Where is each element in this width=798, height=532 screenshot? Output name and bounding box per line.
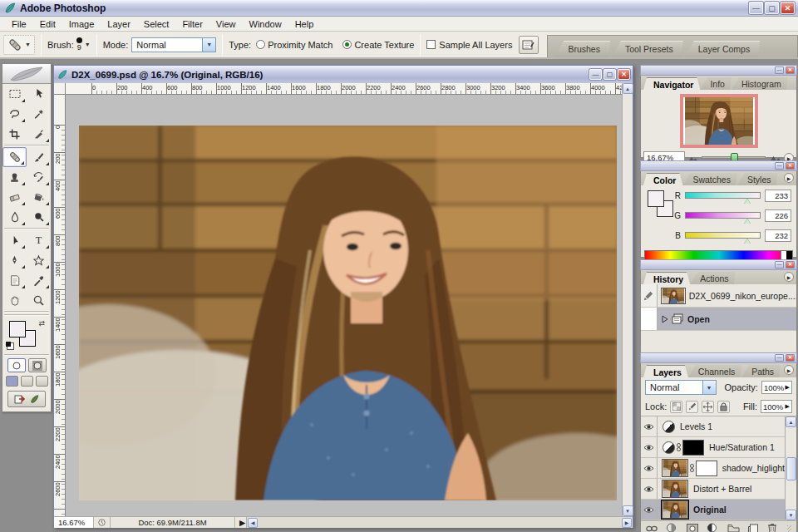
navigator-group-bar[interactable]: — ✕ — [640, 65, 797, 76]
layer-name[interactable]: shadow_higlight — [722, 463, 785, 473]
scroll-right-icon[interactable]: ▶ — [622, 518, 632, 528]
scrollbar-thumb[interactable] — [786, 457, 796, 480]
tool-button[interactable] — [2, 290, 27, 310]
ruler-corner[interactable] — [54, 83, 66, 95]
new-layer-icon[interactable] — [748, 524, 759, 532]
layer-thumbnail[interactable] — [662, 500, 688, 519]
photo-document[interactable] — [79, 126, 617, 500]
tool-button[interactable] — [2, 147, 27, 167]
panel-tab[interactable]: Actions — [690, 272, 735, 284]
color-group-bar[interactable]: — ✕ — [640, 160, 797, 171]
standard-screen-button[interactable] — [6, 376, 18, 387]
chevron-down-icon[interactable]: ▼ — [85, 42, 91, 47]
menu-item[interactable]: Window — [243, 17, 288, 31]
layer-row[interactable]: Original — [641, 500, 785, 520]
navigator-proxy-view[interactable] — [680, 94, 758, 148]
tool-button[interactable] — [27, 147, 51, 167]
menu-item[interactable]: Image — [62, 17, 101, 31]
spinner-arrow-icon[interactable]: ▶ — [786, 384, 790, 391]
well-tab[interactable]: Tool Presets — [612, 41, 683, 57]
visibility-cell[interactable] — [641, 458, 658, 478]
minimize-button[interactable]: — — [749, 2, 763, 14]
fullscreen-menubar-button[interactable] — [21, 376, 33, 387]
new-adjustment-layer-icon[interactable] — [707, 523, 719, 532]
fill-field[interactable]: 100% ▶ — [761, 400, 792, 413]
tool-button[interactable] — [2, 270, 27, 290]
zoom-field[interactable]: 16.67% — [54, 517, 94, 528]
mode-select[interactable]: Normal ▼ — [131, 37, 216, 52]
panel-tab[interactable]: Navigator — [643, 77, 700, 90]
sample-all-layers-checkbox[interactable] — [426, 40, 436, 49]
mask-link-icon[interactable] — [677, 443, 681, 451]
layer-row[interactable]: shadow_higlight — [641, 458, 785, 479]
swap-colors-icon[interactable]: ⇄ — [38, 319, 45, 328]
tool-button[interactable] — [27, 207, 51, 227]
panel-tab[interactable]: History — [643, 272, 690, 284]
layer-mask-thumbnail[interactable] — [682, 440, 704, 456]
blue-value[interactable]: 232 — [765, 229, 791, 242]
red-slider[interactable] — [685, 192, 761, 199]
layer-row[interactable]: Distort + Barrel — [641, 479, 785, 500]
create-texture-radio[interactable] — [342, 40, 352, 49]
tool-button[interactable] — [2, 230, 27, 250]
tool-button[interactable] — [27, 124, 51, 144]
blend-mode-select[interactable]: Normal ▼ — [645, 380, 717, 395]
panel-tab[interactable]: Styles — [737, 173, 778, 185]
layer-name[interactable]: Hue/Saturation 1 — [709, 442, 775, 452]
tool-button[interactable] — [27, 167, 51, 187]
visibility-cell[interactable] — [641, 500, 658, 520]
doc-minimize-button[interactable]: — — [589, 69, 602, 80]
status-icon[interactable] — [94, 517, 111, 528]
tool-button[interactable] — [27, 270, 51, 290]
tool-button[interactable] — [2, 187, 27, 207]
panel-close-button[interactable]: ✕ — [786, 261, 795, 268]
history-source-cell[interactable] — [641, 308, 658, 330]
layer-row[interactable]: Hue/Saturation 1 — [641, 437, 785, 458]
tool-button[interactable]: T — [27, 230, 51, 250]
tool-button[interactable] — [2, 207, 27, 227]
menu-item[interactable]: Filter — [175, 17, 209, 31]
brush-preview[interactable]: 9 — [76, 37, 82, 52]
lock-position-button[interactable] — [702, 401, 714, 413]
horizontal-ruler[interactable]: 0200400600800100012001400160018002000220… — [66, 83, 623, 95]
tool-button[interactable] — [27, 290, 51, 310]
panel-close-button[interactable]: ✕ — [786, 162, 795, 170]
well-tab[interactable]: Layer Comps — [685, 41, 760, 57]
layer-thumbnail[interactable] — [662, 480, 688, 498]
slider-marker[interactable] — [744, 219, 751, 224]
foreground-color-swatch[interactable] — [648, 190, 664, 207]
panel-tab[interactable]: Swatches — [682, 173, 737, 185]
horizontal-scrollbar[interactable]: ◀ ▶ — [247, 517, 633, 528]
vertical-ruler[interactable]: 0200400600800100012001400160018002000220… — [54, 95, 66, 516]
delete-layer-trash-icon[interactable] — [767, 523, 777, 532]
menu-item[interactable]: View — [209, 17, 243, 31]
layer-name[interactable]: Distort + Barrel — [693, 484, 751, 494]
green-value[interactable]: 226 — [765, 209, 791, 222]
panel-tab[interactable]: Color — [643, 173, 682, 185]
menu-item[interactable]: Edit — [33, 17, 62, 31]
panel-minimize-button[interactable]: — — [775, 66, 784, 74]
default-colors-icon[interactable] — [7, 342, 14, 350]
menu-item[interactable]: Layer — [101, 17, 137, 31]
panel-menu-icon[interactable]: ▶ — [784, 365, 794, 375]
panel-tab[interactable]: Layers — [643, 365, 688, 377]
mask-link-icon[interactable] — [690, 464, 694, 472]
tool-button[interactable] — [27, 187, 51, 207]
visibility-cell[interactable] — [641, 437, 658, 457]
history-source-cell[interactable] — [641, 284, 658, 307]
panel-close-button[interactable]: ✕ — [786, 66, 795, 74]
lock-all-button[interactable] — [717, 401, 730, 413]
foreground-color-swatch[interactable] — [9, 321, 26, 337]
toggle-brushes-palette-button[interactable] — [519, 36, 539, 54]
scroll-down-icon[interactable]: ▼ — [786, 510, 796, 520]
add-layer-mask-icon[interactable] — [687, 524, 698, 532]
tool-button[interactable] — [2, 124, 27, 144]
panel-minimize-button[interactable]: — — [775, 261, 784, 268]
slider-marker[interactable] — [744, 199, 751, 204]
layer-name[interactable]: Original — [693, 505, 727, 515]
quick-mask-mode-button[interactable] — [28, 358, 47, 372]
panel-menu-icon[interactable]: ▶ — [784, 173, 794, 183]
scroll-down-icon[interactable]: ▼ — [623, 505, 633, 516]
layer-name[interactable]: Levels 1 — [680, 421, 712, 431]
tool-preset-picker[interactable]: ▼ — [3, 35, 35, 55]
